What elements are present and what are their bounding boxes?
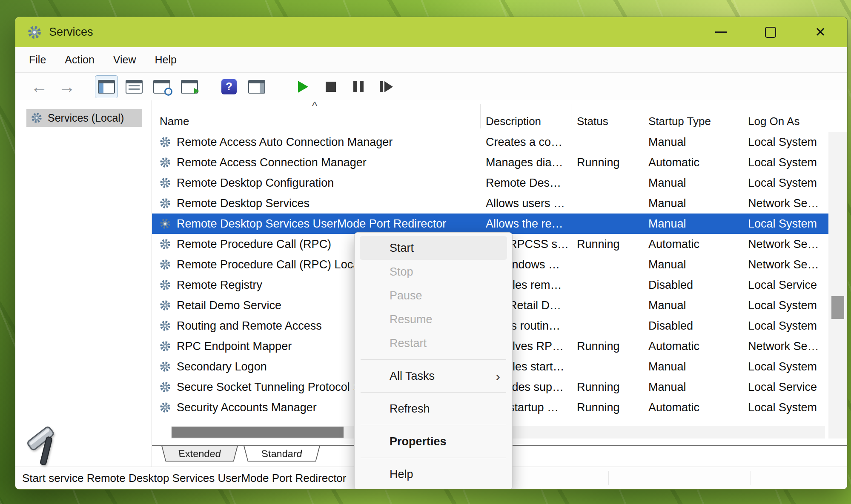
menu-help[interactable]: Help: [146, 54, 186, 66]
window-controls: ✕: [711, 23, 847, 42]
show-hide-action-pane-button[interactable]: [246, 76, 268, 98]
back-button[interactable]: ←: [28, 76, 50, 98]
service-gear-icon: [159, 258, 172, 271]
table-row[interactable]: Remote Desktop Services Allows users … M…: [152, 193, 828, 214]
pause-service-button[interactable]: [347, 76, 370, 98]
service-status-cell: [577, 173, 646, 193]
service-status-cell: [577, 316, 646, 336]
service-log-on-as-cell: Local System: [748, 397, 828, 418]
service-startup-type-cell: Automatic: [648, 336, 741, 356]
service-startup-type-cell: Automatic: [648, 397, 741, 418]
context-menu-item-all-tasks[interactable]: All Tasks›: [360, 364, 507, 388]
service-status-cell: Running: [577, 336, 646, 356]
column-header-status[interactable]: Status: [577, 115, 608, 128]
title-bar[interactable]: Services ✕: [15, 17, 847, 47]
service-status-cell: [577, 254, 646, 275]
maximize-button[interactable]: [761, 23, 780, 42]
minimize-button[interactable]: [711, 23, 730, 42]
service-gear-icon: [159, 197, 172, 210]
properties-button[interactable]: [123, 76, 145, 98]
service-status-cell: [577, 214, 646, 234]
service-gear-icon: [159, 319, 172, 332]
close-button[interactable]: ✕: [811, 23, 830, 42]
forward-button[interactable]: →: [56, 76, 78, 98]
context-menu-item-label: Start: [390, 242, 414, 255]
service-log-on-as-cell: Local Service: [748, 275, 828, 295]
service-gear-icon: [159, 217, 172, 230]
context-menu-item-label: Refresh: [390, 402, 430, 416]
service-startup-type-cell: Manual: [648, 356, 741, 377]
context-menu-item-pause: Pause: [360, 284, 507, 308]
desktop-background: Services ✕ FileActionViewHelp ←→? Servic…: [0, 0, 851, 504]
start-service-button[interactable]: [292, 76, 314, 98]
service-description-cell: Remote Des…: [486, 173, 574, 193]
table-row[interactable]: Remote Access Connection Manager Manages…: [152, 152, 828, 173]
service-description-cell: Allows the re…: [486, 214, 574, 234]
stop-service-button[interactable]: [320, 76, 342, 98]
context-menu-item-refresh[interactable]: Refresh: [360, 397, 507, 421]
service-log-on-as-cell: Network Se…: [748, 254, 828, 275]
context-menu-item-label: Pause: [390, 289, 422, 302]
tab-extended[interactable]: Extended: [161, 446, 238, 461]
tab-standard[interactable]: Standard: [244, 446, 320, 461]
service-name-cell: Remote Access Auto Connection Manager: [159, 132, 479, 152]
service-log-on-as-cell: Local System: [748, 295, 828, 316]
services-gear-icon: [30, 111, 43, 124]
service-description-cell: Manages dia…: [486, 152, 574, 173]
service-gear-icon: [159, 299, 172, 312]
table-row[interactable]: Remote Access Auto Connection Manager Cr…: [152, 132, 828, 152]
context-menu-item-properties[interactable]: Properties: [360, 430, 507, 453]
column-separator: [571, 104, 571, 128]
service-status-cell: [577, 132, 646, 152]
service-description-cell: Allows users …: [486, 193, 574, 214]
restart-service-button[interactable]: [375, 76, 397, 98]
service-name-cell: Remote Access Connection Manager: [159, 152, 479, 173]
export-list-button[interactable]: [178, 76, 201, 98]
context-menu-item-label: Resume: [390, 313, 433, 326]
help-button[interactable]: ?: [218, 76, 240, 98]
service-startup-type-cell: Manual: [648, 173, 741, 193]
column-header-description[interactable]: Description: [486, 115, 541, 128]
vertical-scrollbar-thumb[interactable]: [831, 296, 844, 319]
show-hide-console-tree-button[interactable]: [95, 76, 117, 98]
service-log-on-as-cell: Local System: [748, 132, 828, 152]
service-gear-icon: [159, 401, 172, 414]
horizontal-scrollbar-thumb[interactable]: [172, 427, 344, 438]
service-name-cell: Remote Desktop Configuration: [159, 173, 479, 193]
vertical-scrollbar[interactable]: [828, 132, 847, 439]
column-separator: [480, 104, 481, 128]
table-row[interactable]: Remote Desktop Services UserMode Port Re…: [152, 214, 828, 234]
service-name-cell: Remote Desktop Services UserMode Port Re…: [159, 214, 479, 234]
service-startup-type-cell: Manual: [648, 295, 741, 316]
menu-file[interactable]: File: [20, 54, 55, 66]
service-log-on-as-cell: Local System: [748, 173, 828, 193]
service-gear-icon: [159, 177, 172, 189]
menu-view[interactable]: View: [104, 54, 146, 66]
column-header-startup-type[interactable]: Startup Type: [648, 115, 711, 128]
status-divider: [751, 471, 751, 485]
context-menu-item-start[interactable]: Start: [360, 236, 507, 260]
service-startup-type-cell: Manual: [648, 377, 741, 397]
menu-action[interactable]: Action: [55, 54, 103, 66]
refresh-button[interactable]: [151, 76, 173, 98]
context-menu-separator: [361, 458, 506, 458]
service-startup-type-cell: Disabled: [648, 275, 741, 295]
service-log-on-as-cell: Local System: [748, 316, 828, 336]
column-header-name[interactable]: Name: [160, 115, 189, 128]
status-text: Start service Remote Desktop Services Us…: [22, 472, 347, 485]
service-gear-icon: [159, 340, 172, 353]
service-status-cell: [577, 356, 646, 377]
service-log-on-as-cell: Network Se…: [748, 193, 828, 214]
service-log-on-as-cell: Network Se…: [748, 234, 828, 254]
sidebar-item-services-local[interactable]: Services (Local): [26, 109, 142, 127]
service-log-on-as-cell: Local Service: [748, 377, 828, 397]
service-log-on-as-cell: Network Se…: [748, 336, 828, 356]
context-menu-item-label: Restart: [390, 337, 427, 350]
column-header-log-on-as[interactable]: Log On As: [748, 115, 799, 128]
table-row[interactable]: Remote Desktop Configuration Remote Des……: [152, 173, 828, 193]
service-status-cell: Running: [577, 397, 646, 418]
service-gear-icon: [159, 238, 172, 251]
context-menu-item-help[interactable]: Help: [360, 462, 507, 486]
toolbar: ←→?: [15, 73, 847, 101]
column-separator: [643, 104, 643, 128]
